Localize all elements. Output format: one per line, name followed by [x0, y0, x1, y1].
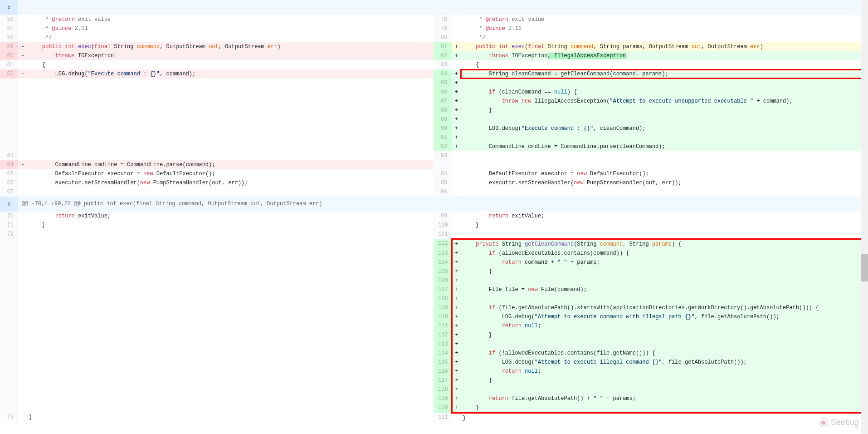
line-num-right[interactable]: 113	[434, 340, 452, 349]
scrollbar-track[interactable]	[861, 0, 868, 423]
line-num-right[interactable]: 103	[434, 249, 452, 258]
line-num-right[interactable]: 83	[434, 60, 452, 69]
code-right[interactable]: if (cleanCommand == null) {	[461, 88, 867, 97]
line-num-left[interactable]: 63	[0, 151, 18, 160]
code-right[interactable]: * @return exit value	[461, 15, 867, 24]
code-left[interactable]: }	[27, 413, 434, 423]
line-num-right[interactable]: 81	[434, 42, 452, 51]
code-left[interactable]: */	[27, 33, 434, 42]
line-num-right[interactable]: 79	[434, 24, 452, 33]
code-right[interactable]: LOG.debug("Attempt to execute command wi…	[461, 312, 867, 321]
line-num-right[interactable]: 89	[434, 115, 452, 124]
code-right[interactable]: throws IOException, IllegalAccessExcepti…	[461, 51, 867, 60]
line-num-right[interactable]: 108	[434, 294, 452, 303]
code-left[interactable]: CommandLine cmdLine = CommandLine.parse(…	[27, 160, 434, 169]
line-num-right[interactable]: 104	[434, 258, 452, 267]
line-num-left[interactable]: 72	[0, 230, 18, 239]
line-num-right[interactable]: 115	[434, 358, 452, 367]
code-right[interactable]: return command + " " + params;	[461, 258, 867, 267]
code-left[interactable]: {	[27, 60, 434, 69]
code-left[interactable]: DefaultExecutor executor = new DefaultEx…	[27, 169, 434, 178]
line-num-right[interactable]: 114	[434, 349, 452, 358]
code-right[interactable]: }	[461, 221, 867, 230]
line-num-right[interactable]: 96	[434, 187, 452, 197]
line-num-left[interactable]: 60	[0, 51, 18, 60]
code-left[interactable]	[27, 230, 434, 239]
code-left[interactable]: executor.setStreamHandler(new PumpStream…	[27, 178, 434, 187]
code-right[interactable]: public int exec(final String command, St…	[461, 42, 867, 51]
code-left[interactable]	[27, 151, 434, 160]
code-right[interactable]: return exitValue;	[461, 212, 867, 221]
line-num-right[interactable]: 105	[434, 267, 452, 276]
line-num-right[interactable]: 112	[434, 330, 452, 340]
code-right[interactable]: LOG.debug("Attempt to execute illegal co…	[461, 358, 867, 367]
code-right[interactable]	[461, 340, 867, 349]
line-num-left[interactable]: 71	[0, 221, 18, 230]
line-num-left[interactable]: 73	[0, 413, 18, 423]
expand-cell[interactable]: ⇕	[0, 0, 18, 15]
line-num-right[interactable]: 119	[434, 394, 452, 403]
line-num-right[interactable]: 101	[434, 230, 452, 239]
code-right[interactable]	[461, 187, 867, 197]
expand-cell[interactable]: ⇕	[0, 197, 18, 212]
line-num-left[interactable]: 64	[0, 160, 18, 169]
code-right[interactable]: File file = new File(command);	[461, 285, 867, 294]
code-right[interactable]	[461, 79, 867, 88]
line-num-left[interactable]: 57	[0, 24, 18, 33]
code-left[interactable]: return exitValue;	[27, 212, 434, 221]
code-right[interactable]: }	[461, 376, 867, 385]
code-right[interactable]	[461, 276, 867, 285]
line-num-right[interactable]: 107	[434, 285, 452, 294]
line-num-right[interactable]: 84	[434, 69, 452, 79]
code-right[interactable]: if (!allowedExecutables.contains(file.ge…	[461, 349, 867, 358]
code-left[interactable]: }	[27, 221, 434, 230]
line-num-right[interactable]: 102	[434, 239, 452, 249]
code-right[interactable]: }	[461, 403, 867, 413]
line-num-right[interactable]: 92	[434, 142, 452, 151]
code-right[interactable]: executor.setStreamHandler(new PumpStream…	[461, 178, 867, 187]
code-right[interactable]: if (file.getAbsolutePath().startsWith(ap…	[461, 303, 867, 312]
line-num-right[interactable]: 121	[434, 413, 452, 423]
code-left[interactable]: LOG.debug("Execute command : {}", comman…	[27, 69, 434, 79]
code-right[interactable]: DefaultExecutor executor = new DefaultEx…	[461, 169, 867, 178]
code-right[interactable]: * @since 2.11	[461, 24, 867, 33]
line-num-right[interactable]: 95	[434, 178, 452, 187]
line-num-left[interactable]: 59	[0, 42, 18, 51]
line-num-right[interactable]: 120	[434, 403, 452, 413]
line-num-right[interactable]: 87	[434, 97, 452, 106]
line-num-right[interactable]: 90	[434, 124, 452, 133]
line-num-left[interactable]: 58	[0, 33, 18, 42]
code-right[interactable]: {	[461, 60, 867, 69]
line-num-right[interactable]: 116	[434, 367, 452, 376]
line-num-left[interactable]: 65	[0, 169, 18, 178]
code-left[interactable]: public int exec(final String command, Ou…	[27, 42, 434, 51]
code-right[interactable]	[461, 133, 867, 142]
line-num-right[interactable]: 109	[434, 303, 452, 312]
line-num-right[interactable]: 93	[434, 151, 452, 160]
code-right[interactable]: throw new IllegalAccessException("Attemp…	[461, 97, 867, 106]
code-right[interactable]	[461, 385, 867, 394]
scrollbar-thumb[interactable]	[861, 254, 868, 281]
line-num-right[interactable]: 86	[434, 88, 452, 97]
code-right[interactable]	[461, 115, 867, 124]
code-left[interactable]: throws IOException	[27, 51, 434, 60]
line-num-left[interactable]: 66	[0, 178, 18, 187]
line-num-right[interactable]: 118	[434, 385, 452, 394]
code-right[interactable]	[461, 294, 867, 303]
code-right[interactable]: return file.getAbsolutePath() + " " + pa…	[461, 394, 867, 403]
code-right[interactable]: return null;	[461, 367, 867, 376]
code-left[interactable]	[27, 187, 434, 197]
line-num-right[interactable]: 110	[434, 312, 452, 321]
line-num-right[interactable]: 91	[434, 133, 452, 142]
line-num-left[interactable]: 70	[0, 212, 18, 221]
code-left[interactable]: * @since 2.11	[27, 24, 434, 33]
code-right-highlighted[interactable]: String cleanCommand = getCleanCommand(co…	[461, 69, 867, 79]
code-right[interactable]	[461, 151, 867, 160]
line-num-left[interactable]: 61	[0, 60, 18, 69]
line-num-right[interactable]: 78	[434, 15, 452, 24]
line-num-right[interactable]: 85	[434, 79, 452, 88]
code-right[interactable]: LOG.debug("Execute command : {}", cleanC…	[461, 124, 867, 133]
code-right[interactable]: }	[461, 330, 867, 340]
line-num-right[interactable]: 117	[434, 376, 452, 385]
line-num-right[interactable]: 106	[434, 276, 452, 285]
